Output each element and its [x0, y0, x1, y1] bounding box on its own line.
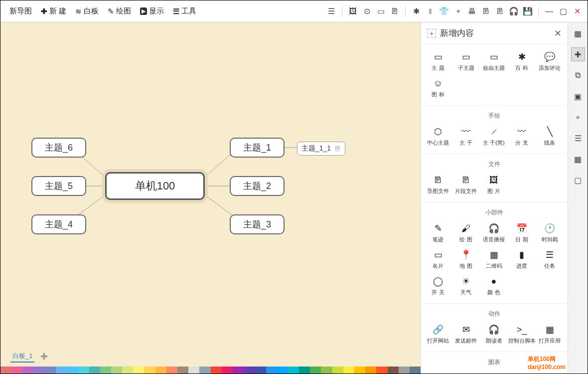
panel-item[interactable]: 🎧语音播报: [480, 220, 508, 246]
panel-item[interactable]: 🔗打开网站: [424, 321, 452, 348]
panel-item[interactable]: ⟋主 干(简): [480, 123, 508, 150]
color-swatch[interactable]: [255, 367, 266, 374]
monitor-icon[interactable]: ▭: [376, 7, 385, 16]
color-swatch[interactable]: [100, 367, 111, 374]
panel-item[interactable]: 💬添加评论: [536, 48, 564, 75]
panel-item[interactable]: ▮: [480, 370, 508, 374]
color-swatch[interactable]: [211, 367, 222, 374]
node-topic-5[interactable]: 主题_5: [31, 176, 86, 196]
menu-draw[interactable]: ✎绘图: [105, 4, 134, 18]
puzzle-icon[interactable]: ✱: [412, 7, 421, 16]
maximize-icon[interactable]: ▢: [559, 7, 568, 16]
node-topic-1-1[interactable]: 主题_1_1🖹: [297, 142, 345, 156]
color-swatch[interactable]: [22, 367, 33, 374]
panel-item[interactable]: ●颜 色: [480, 273, 508, 299]
rail-list-icon[interactable]: ☰: [571, 131, 585, 145]
panel-item[interactable]: 〰分 支: [508, 123, 536, 150]
color-swatch[interactable]: [155, 367, 166, 374]
color-swatch[interactable]: [332, 367, 343, 374]
color-swatch[interactable]: [78, 367, 89, 374]
node-topic-2[interactable]: 主题_2: [230, 176, 285, 196]
panel-item[interactable]: 🕐时间戳: [536, 220, 564, 246]
rail-add-icon[interactable]: ✚: [571, 47, 585, 61]
color-swatch[interactable]: [56, 367, 67, 374]
color-swatch[interactable]: [188, 367, 199, 374]
center-node[interactable]: 单机100: [105, 172, 205, 200]
color-swatch[interactable]: [399, 367, 410, 374]
align-icon[interactable]: ☰: [327, 7, 336, 16]
panel-item[interactable]: 🎧朗读者: [480, 321, 508, 348]
panel-item[interactable]: ✉发送邮件: [452, 321, 480, 348]
color-swatch[interactable]: [388, 367, 399, 374]
color-swatch[interactable]: [177, 367, 188, 374]
word-icon[interactable]: 🖹: [495, 7, 504, 16]
node-topic-6[interactable]: 主题_6: [31, 138, 86, 158]
panel-item[interactable]: ☀天气: [452, 273, 480, 299]
color-swatch[interactable]: [410, 367, 421, 374]
panel-item[interactable]: ▭名片: [424, 246, 452, 273]
panel-item[interactable]: ☰任务: [536, 246, 564, 273]
color-swatch[interactable]: [166, 367, 177, 374]
rail-rect-icon[interactable]: ▢: [571, 173, 585, 187]
color-swatch[interactable]: [376, 367, 387, 374]
color-swatch[interactable]: [343, 367, 354, 374]
color-swatch[interactable]: [310, 367, 321, 374]
panel-item[interactable]: 🖹片段文件: [452, 172, 480, 198]
color-swatch[interactable]: [354, 367, 365, 374]
panel-item[interactable]: 📍地 图: [452, 246, 480, 273]
panel-close-button[interactable]: ✕: [554, 28, 562, 39]
color-swatch[interactable]: [222, 367, 233, 374]
panel-item[interactable]: ☺图 标: [424, 75, 452, 101]
panel-item[interactable]: 🖌绘 图: [452, 220, 480, 246]
pdf-icon[interactable]: 🖹: [481, 7, 490, 16]
color-swatch[interactable]: [266, 367, 277, 374]
image-icon[interactable]: 🖼: [348, 7, 357, 16]
menu-new-map[interactable]: 新导图: [6, 4, 35, 18]
panel-item[interactable]: 📅日 期: [508, 220, 536, 246]
rail-image-icon[interactable]: ▣: [571, 89, 585, 103]
play-circle-icon[interactable]: ⊙: [362, 7, 371, 16]
rail-structure-icon[interactable]: ⧉: [571, 68, 585, 82]
menu-tools[interactable]: ☰工具: [170, 4, 199, 18]
print-icon[interactable]: 🖶: [467, 7, 476, 16]
color-swatch[interactable]: [144, 367, 155, 374]
color-swatch[interactable]: [133, 367, 144, 374]
panel-item[interactable]: ▦二维码: [480, 246, 508, 273]
rail-share-icon[interactable]: ⚬: [571, 110, 585, 124]
panel-item[interactable]: ▭主 题: [424, 48, 452, 75]
canvas[interactable]: 单机100 主题_1 主题_2 主题_3 主题_4 主题_5 主题_6 主题_1…: [0, 22, 421, 374]
rail-layout-icon[interactable]: ▦: [571, 26, 585, 40]
rail-grid-icon[interactable]: ▦: [571, 152, 585, 166]
color-swatch[interactable]: [122, 367, 133, 374]
panel-item[interactable]: ╲线条: [536, 123, 564, 150]
color-swatch[interactable]: [0, 367, 11, 374]
panel-item[interactable]: 〰主 干: [452, 123, 480, 150]
panel-item[interactable]: ▭子主题: [452, 48, 480, 75]
panel-item[interactable]: 🖼图 片: [480, 172, 508, 198]
color-swatch[interactable]: [321, 367, 332, 374]
menu-whiteboard[interactable]: ≋白板: [72, 4, 102, 18]
menu-new[interactable]: ✚新 建: [38, 4, 69, 18]
panel-item[interactable]: ✎笔迹: [424, 220, 452, 246]
save-icon[interactable]: 💾: [523, 7, 532, 16]
tab-whiteboard-1[interactable]: 白板_1: [10, 351, 34, 363]
share-icon[interactable]: ⚬: [453, 7, 462, 16]
color-swatch[interactable]: [11, 367, 22, 374]
panel-item[interactable]: >_控制台脚本: [508, 321, 536, 348]
minimize-icon[interactable]: —: [545, 7, 554, 16]
panel-item[interactable]: ⬡中心主题: [424, 123, 452, 150]
headphone-icon[interactable]: 🎧: [509, 7, 518, 16]
color-swatch[interactable]: [199, 367, 210, 374]
document-icon[interactable]: 🖹: [390, 7, 399, 16]
color-swatch[interactable]: [89, 367, 100, 374]
panel-item[interactable]: ✱百 科: [508, 48, 536, 75]
color-swatch[interactable]: [288, 367, 299, 374]
panel-item[interactable]: ▦打开应用: [536, 321, 564, 348]
color-swatch[interactable]: [45, 367, 56, 374]
panel-item[interactable]: ◯开 关: [424, 273, 452, 299]
add-tab-button[interactable]: ✚: [40, 351, 48, 362]
color-swatch[interactable]: [244, 367, 255, 374]
color-swatch[interactable]: [34, 367, 45, 374]
color-swatch[interactable]: [277, 367, 288, 374]
node-topic-1[interactable]: 主题_1: [230, 138, 285, 158]
